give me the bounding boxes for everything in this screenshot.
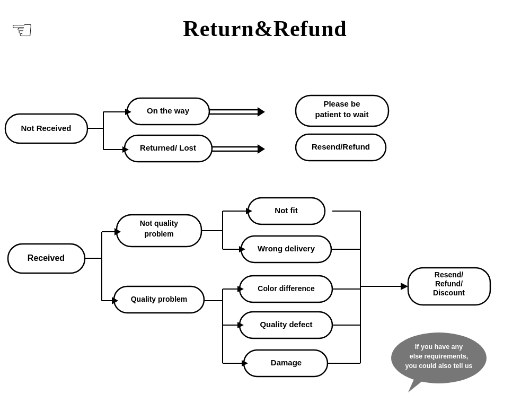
speech-line2: else requirements, [410,353,468,360]
wrong-delivery-label: Wrong delivery [258,244,315,253]
bracket-to-rrd-head [401,283,408,290]
hand-icon: ☞ [11,15,33,45]
damage-node: Damage [244,350,328,377]
received-label: Received [28,253,65,262]
arrow-otw-to-pw-head [258,107,265,117]
speech-line1: If you have any [415,343,463,351]
not-fit-node: Not fit [248,198,325,224]
on-the-way-label: On the way [147,106,190,115]
resend-refund-discount-node: Resend/ Refund/ Discount [408,268,490,305]
color-difference-label: Color difference [258,284,315,293]
color-difference-node: Color difference [240,276,332,302]
arrow-rl-to-rr-head [258,144,265,154]
quality-problem-node: Quality problem [114,286,204,313]
on-the-way-node: On the way [127,98,209,125]
wrong-delivery-node: Wrong delivery [241,236,331,262]
please-wait-label1: Please be [323,99,360,108]
please-wait-node: Please be patient to wait [296,95,388,126]
quality-defect-node: Quality defect [240,312,332,338]
quality-problem-label: Quality problem [131,295,188,303]
speech-line3: you could also tell us [405,362,472,370]
quality-defect-label: Quality defect [260,320,312,329]
not-quality-problem-node: Not quality problem [117,215,201,247]
received-node: Received [8,244,85,273]
returned-lost-node: Returned/ Lost [125,135,212,162]
not-received-node: Not Received [5,114,87,143]
resend-refund-top-node: Resend/Refund [296,134,386,161]
rrd-label3: Discount [433,288,465,297]
not-fit-label: Not fit [275,206,297,215]
please-wait-label2: patient to wait [315,110,369,119]
resend-refund-top-label: Resend/Refund [312,142,370,151]
not-received-label: Not Received [21,124,71,133]
diagram: Not Received On the way Returned/ Lost P… [0,64,530,414]
returned-lost-label: Returned/ Lost [140,143,196,152]
damage-label: Damage [271,358,302,367]
not-quality-label1: Not quality [140,219,179,228]
page-title: Return&Refund [0,0,530,41]
not-quality-label2: problem [144,230,173,238]
rrd-label1: Resend/ [435,270,464,279]
rrd-label2: Refund/ [435,279,463,288]
